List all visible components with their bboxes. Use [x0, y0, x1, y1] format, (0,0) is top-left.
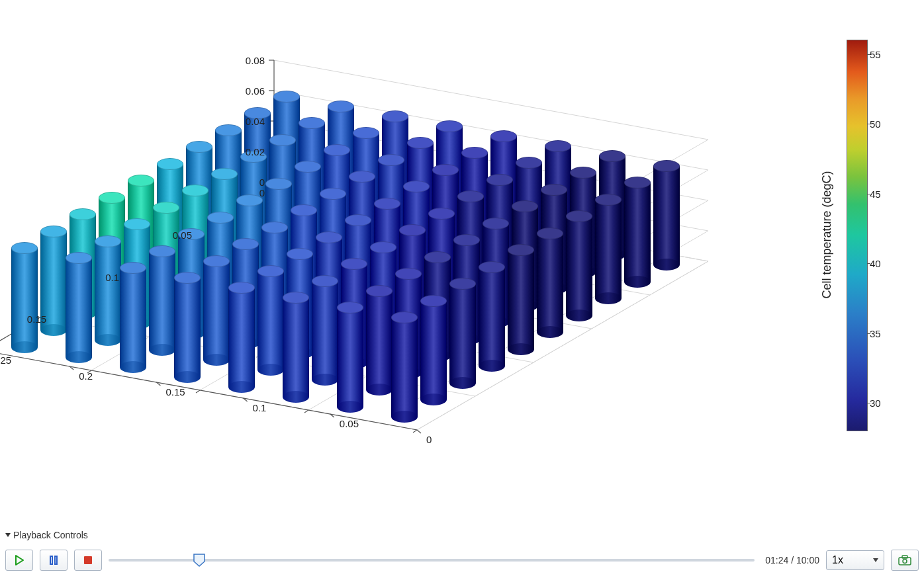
- speed-dropdown[interactable]: 1x: [826, 550, 884, 570]
- axis-tick-label: 0.15: [165, 386, 185, 397]
- current-time: 01:24: [765, 555, 788, 565]
- axis-tick-label: 0.2: [79, 370, 93, 382]
- colorbar-tick: 30: [870, 397, 881, 408]
- svg-rect-57: [84, 556, 92, 564]
- speed-label: 1x: [832, 554, 843, 566]
- time-display: 01:24 / 10:00: [765, 555, 819, 565]
- stop-button[interactable]: [74, 550, 102, 571]
- axis-tick-label: 0.25: [0, 355, 11, 366]
- colorbar-tick: 40: [870, 258, 881, 269]
- playback-panel: Playback Controls 01:24 / 10:00 1x: [5, 530, 919, 571]
- snapshot-button[interactable]: [891, 550, 919, 571]
- axis-tick-label: 0.05: [340, 418, 359, 429]
- chart-3d-area[interactable]: 00.020.040.060.0800.050.10.150.20.250.20…: [0, 0, 924, 503]
- time-slider-thumb[interactable]: [193, 554, 205, 567]
- axis-tick-label: 0: [426, 434, 432, 445]
- playback-header[interactable]: Playback Controls: [5, 530, 919, 540]
- total-time: 10:00: [796, 555, 819, 565]
- svg-marker-54: [16, 556, 23, 565]
- colorbar-label: Cell temperature (degC): [820, 171, 834, 298]
- playback-title: Playback Controls: [13, 530, 88, 540]
- axis-tick-label: 0.02: [246, 146, 265, 157]
- chevron-down-icon: [873, 558, 878, 562]
- axis-tick-label: 0.04: [246, 116, 265, 127]
- axis-tick-label: 0: [259, 187, 265, 198]
- axis-tick-label: 0.1: [253, 402, 267, 413]
- svg-marker-58: [194, 554, 205, 566]
- axis-tick-label: 0.05: [173, 229, 192, 240]
- svg-rect-55: [50, 556, 52, 564]
- colorbar-tick: 55: [870, 49, 881, 60]
- svg-rect-56: [55, 556, 57, 564]
- axis-tick-label: 0.15: [27, 313, 46, 325]
- pause-button[interactable]: [40, 550, 68, 571]
- colorbar-gradient: [847, 40, 867, 431]
- axis-tick-label: 0: [259, 177, 265, 188]
- chevron-down-icon: [5, 533, 11, 537]
- svg-point-61: [903, 560, 907, 563]
- axis-tick-label: 0.08: [246, 55, 265, 66]
- axis-tick-label: 0.1: [105, 271, 119, 282]
- colorbar-tick: 35: [870, 327, 881, 339]
- time-slider[interactable]: [109, 553, 755, 567]
- svg-rect-60: [902, 556, 907, 558]
- axis-tick-label: 0.06: [246, 85, 265, 97]
- colorbar-tick: 50: [870, 118, 881, 130]
- play-button[interactable]: [5, 550, 33, 571]
- colorbar: 303540455055: [847, 40, 868, 431]
- colorbar-tick: 45: [870, 188, 881, 199]
